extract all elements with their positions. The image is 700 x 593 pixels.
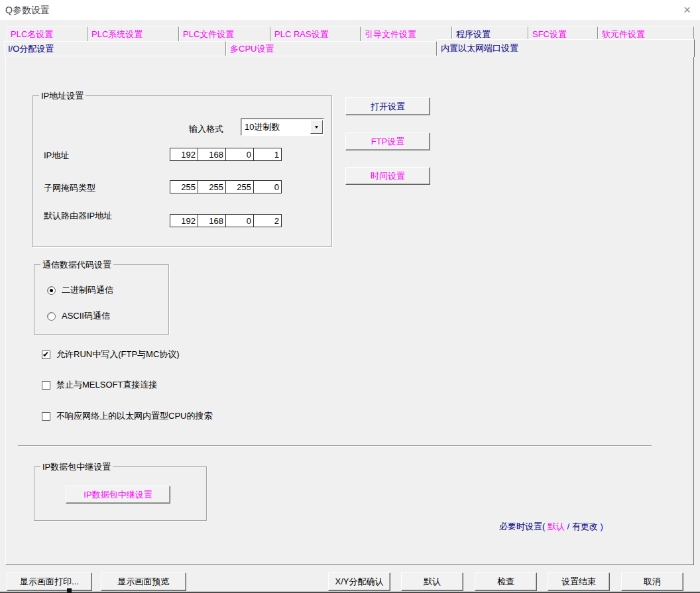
required-settings-legend: 必要时设置( 默认 / 有更改 )	[499, 521, 603, 533]
input-format-label: 输入格式	[189, 123, 223, 135]
time-settings-button[interactable]: 时间设置	[345, 167, 430, 185]
tab-label: PLC RAS设置	[274, 28, 329, 40]
legend-default: 默认	[545, 521, 567, 531]
checkbox-label: 禁止与MELSOFT直接连接	[56, 379, 157, 391]
ip-octet-input[interactable]: 0	[225, 148, 254, 161]
tab-built-in-ethernet-port-settings[interactable]: 内置以太网端口设置	[437, 39, 695, 57]
tab-label: 程序设置	[456, 28, 491, 40]
ethernet-port-settings-panel: IP地址设置 输入格式 10进制数 ▼ IP地址 192 168 0 1 子网掩…	[5, 56, 694, 565]
group-title: IP数据包中继设置	[40, 462, 113, 472]
ip-address-fields: 192 168 0 1	[170, 148, 282, 161]
tab-label: I/O分配设置	[8, 43, 54, 55]
group-ip-address-settings: IP地址设置 输入格式 10进制数 ▼ IP地址 192 168 0 1 子网掩…	[32, 95, 332, 247]
ip-packet-relay-settings-button[interactable]: IP数据包中继设置	[66, 486, 170, 504]
tab-label: 内置以太网端口设置	[441, 42, 518, 54]
check-button[interactable]: 检查	[475, 572, 537, 591]
tab-label: PLC名设置	[11, 28, 53, 40]
tab-plc-ras-settings[interactable]: PLC RAS设置	[270, 27, 361, 41]
preview-screen-button[interactable]: 显示画面预览	[101, 572, 186, 591]
ip-octet-input[interactable]: 1	[253, 148, 282, 161]
radio-icon	[47, 286, 56, 295]
legend-changed: 有更改	[569, 521, 600, 531]
tab-label: 引导文件设置	[365, 28, 416, 40]
group-ip-packet-relay-settings: IP数据包中继设置 IP数据包中继设置	[34, 466, 207, 521]
subnet-octet-input[interactable]: 255	[225, 180, 254, 193]
subnet-octet-input[interactable]: 255	[198, 180, 226, 193]
ip-octet-input[interactable]: 192	[170, 148, 198, 161]
cancel-button[interactable]: 取消	[621, 572, 683, 591]
subnet-octet-input[interactable]: 0	[253, 180, 282, 193]
group-title: 通信数据代码设置	[40, 260, 113, 270]
tab-plc-name-settings[interactable]: PLC名设置	[7, 27, 88, 41]
tab-plc-system-settings[interactable]: PLC系统设置	[88, 27, 179, 41]
radio-binary-code-comm[interactable]: 二进制码通信	[47, 284, 113, 296]
tab-label: SFC设置	[532, 28, 567, 40]
legend-prefix: 必要时设置(	[499, 521, 545, 531]
group-comm-data-code-settings: 通信数据代码设置 二进制码通信 ASCII码通信	[34, 264, 169, 335]
checkbox-icon: ✔	[42, 381, 50, 390]
radio-icon	[47, 312, 56, 321]
subnet-mask-label: 子网掩码类型	[44, 182, 95, 194]
default-router-fields: 192 168 0 2	[170, 214, 282, 227]
router-octet-input[interactable]: 192	[170, 214, 198, 227]
print-screen-button[interactable]: 显示画面打印...	[7, 572, 92, 591]
chevron-down-icon[interactable]: ▼	[310, 120, 323, 134]
input-format-select[interactable]: 10进制数 ▼	[241, 118, 324, 136]
legend-suffix: )	[600, 521, 603, 531]
radio-ascii-code-comm[interactable]: ASCII码通信	[47, 310, 110, 322]
window-title: Q参数设置	[5, 5, 50, 17]
tab-plc-file-settings[interactable]: PLC文件设置	[179, 27, 270, 41]
subnet-mask-fields: 255 255 255 0	[170, 180, 282, 193]
ip-octet-input[interactable]: 168	[198, 148, 226, 161]
tab-multi-cpu-settings[interactable]: 多CPU设置	[226, 41, 437, 56]
tab-label: 软元件设置	[602, 28, 645, 40]
group-title: IP地址设置	[39, 91, 86, 101]
background-window-mark	[67, 588, 72, 593]
close-icon[interactable]: ×	[683, 3, 691, 17]
router-octet-input[interactable]: 2	[253, 214, 282, 227]
tab-label: PLC文件设置	[183, 28, 234, 40]
radio-label: 二进制码通信	[62, 284, 113, 296]
input-format-value: 10进制数	[241, 121, 310, 133]
tab-label: 多CPU设置	[230, 43, 274, 55]
default-router-label: 默认路由器IP地址	[44, 210, 112, 222]
ip-address-label: IP地址	[44, 150, 69, 162]
checkbox-label: 不响应网络上的以太网内置型CPU的搜索	[56, 410, 212, 422]
ftp-settings-button[interactable]: FTP设置	[345, 133, 430, 150]
default-button[interactable]: 默认	[401, 572, 463, 591]
checkbox-disable-melsoft-connection[interactable]: ✔ 禁止与MELSOFT直接连接	[42, 379, 157, 391]
radio-label: ASCII码通信	[62, 310, 110, 322]
checkbox-label: 允许RUN中写入(FTP与MC协议)	[56, 349, 180, 360]
titlebar: Q参数设置 ×	[0, 0, 700, 20]
finish-setup-button[interactable]: 设置结束	[548, 572, 610, 591]
subnet-octet-input[interactable]: 255	[170, 180, 198, 193]
checkbox-icon: ✔	[42, 350, 50, 359]
router-octet-input[interactable]: 168	[198, 214, 226, 227]
checkbox-icon: ✔	[42, 412, 50, 421]
open-settings-button[interactable]: 打开设置	[345, 97, 430, 115]
checkbox-no-response-cpu-search[interactable]: ✔ 不响应网络上的以太网内置型CPU的搜索	[42, 410, 212, 422]
tab-io-assignment-settings[interactable]: I/O分配设置	[4, 41, 226, 56]
tab-label: PLC系统设置	[91, 28, 143, 40]
router-octet-input[interactable]: 0	[225, 214, 254, 227]
xy-assignment-check-button[interactable]: X/Y分配确认	[328, 572, 390, 591]
divider	[18, 445, 652, 447]
checkbox-enable-run-write[interactable]: ✔ 允许RUN中写入(FTP与MC协议)	[42, 349, 180, 360]
